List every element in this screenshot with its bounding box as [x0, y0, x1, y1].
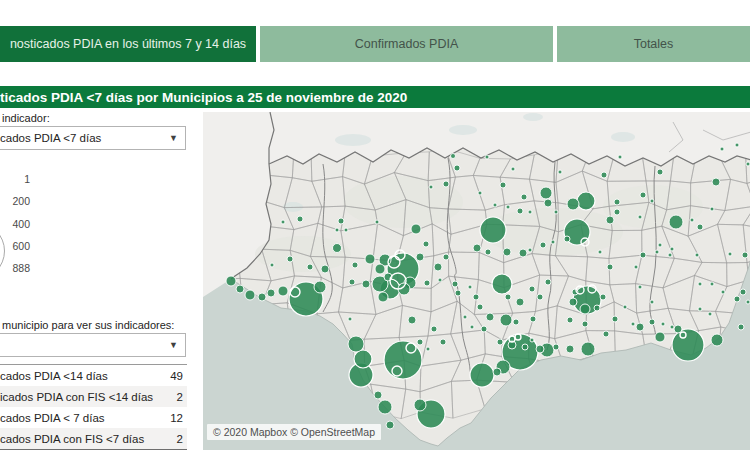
- map-bubble[interactable]: [516, 298, 524, 306]
- map-bubble[interactable]: [452, 281, 458, 287]
- map-bubble[interactable]: [473, 244, 481, 252]
- map-bubble[interactable]: [540, 187, 552, 199]
- map-bubble[interactable]: [674, 325, 682, 333]
- map-bubble[interactable]: [519, 249, 527, 257]
- map-bubble[interactable]: [655, 250, 659, 254]
- map-bubble[interactable]: [551, 240, 555, 244]
- map-bubble[interactable]: [649, 319, 655, 325]
- map-bubble[interactable]: [614, 199, 620, 205]
- map-bubble[interactable]: [455, 290, 461, 296]
- map-bubble[interactable]: [711, 334, 723, 346]
- map-bubble[interactable]: [638, 285, 642, 289]
- map-bubble[interactable]: [335, 228, 339, 232]
- map-bubble[interactable]: [698, 307, 702, 311]
- map-bubble[interactable]: [245, 290, 255, 300]
- map-bubble[interactable]: [746, 162, 750, 166]
- map-bubble[interactable]: [650, 300, 654, 304]
- map-bubble[interactable]: [698, 282, 702, 286]
- map-bubble[interactable]: [431, 326, 437, 332]
- map-bubble[interactable]: [497, 339, 503, 345]
- map-bubble[interactable]: [564, 236, 570, 242]
- map-bubble[interactable]: [522, 344, 528, 350]
- map-bubble[interactable]: [517, 208, 523, 214]
- map-bubble[interactable]: [354, 350, 372, 368]
- map-bubble[interactable]: [528, 210, 532, 214]
- map-bubble[interactable]: [468, 285, 472, 289]
- map-bubble[interactable]: [603, 331, 609, 337]
- map-bubble[interactable]: [553, 344, 559, 350]
- map-bubble[interactable]: [236, 285, 244, 293]
- map-bubble[interactable]: [721, 290, 725, 294]
- map-bubble[interactable]: [408, 316, 416, 324]
- map-bubble[interactable]: [537, 294, 543, 300]
- map-bubble[interactable]: [612, 316, 618, 322]
- map-bubble[interactable]: [414, 399, 426, 411]
- map-bubble[interactable]: [657, 169, 663, 175]
- map-bubble[interactable]: [321, 265, 329, 273]
- map-bubble[interactable]: [443, 181, 449, 187]
- map-bubble[interactable]: [554, 210, 558, 214]
- map-bubble[interactable]: [710, 282, 714, 286]
- map-bubble[interactable]: [429, 185, 433, 189]
- map-bubble[interactable]: [581, 342, 595, 356]
- map-bubble[interactable]: [601, 172, 607, 178]
- map-bubble[interactable]: [600, 294, 606, 300]
- map-bubble[interactable]: [640, 252, 646, 258]
- map-bubble[interactable]: [424, 280, 430, 286]
- map-bubble[interactable]: [287, 256, 293, 262]
- map-bubble[interactable]: [440, 339, 446, 345]
- map-bubble[interactable]: [443, 254, 449, 260]
- map-bubble[interactable]: [362, 280, 370, 288]
- map-bubble[interactable]: [695, 253, 699, 257]
- map-bubble[interactable]: [566, 345, 574, 353]
- map-bubble[interactable]: [623, 305, 627, 309]
- map-bubble[interactable]: [668, 253, 672, 257]
- map-bubble[interactable]: [386, 421, 394, 429]
- map-bubble[interactable]: [473, 294, 479, 300]
- map-bubble[interactable]: [529, 286, 535, 292]
- map-bubble[interactable]: [485, 249, 491, 255]
- map-bubble[interactable]: [374, 391, 382, 399]
- map-bubble[interactable]: [378, 400, 392, 414]
- map-bubble[interactable]: [451, 154, 456, 159]
- map-bubble[interactable]: [438, 278, 442, 282]
- map-bubble[interactable]: [577, 192, 595, 210]
- map-bubble[interactable]: [638, 215, 642, 219]
- map-bubble[interactable]: [598, 250, 602, 254]
- tab-confirmados-pdia[interactable]: Confirmados PDIA: [260, 26, 553, 62]
- map-bubble[interactable]: [426, 347, 430, 351]
- map-bubble[interactable]: [710, 207, 714, 211]
- indicator-dropdown[interactable]: cados PDIA <7 días ▼: [0, 126, 186, 150]
- map-bubble[interactable]: [434, 263, 442, 271]
- map-bubble[interactable]: [690, 218, 694, 222]
- map-bubble[interactable]: [697, 224, 703, 230]
- map-bubble[interactable]: [348, 336, 364, 352]
- map-bubble[interactable]: [470, 325, 474, 329]
- map-bubble[interactable]: [258, 293, 266, 301]
- map-bubble[interactable]: [344, 228, 348, 232]
- map-bubble[interactable]: [511, 167, 515, 171]
- map-bubble[interactable]: [307, 264, 313, 270]
- map-bubble[interactable]: [530, 338, 534, 342]
- map-bubble[interactable]: [530, 316, 536, 322]
- map-bubble[interactable]: [618, 155, 622, 159]
- map-bubble[interactable]: [670, 325, 674, 329]
- map-bubble[interactable]: [670, 247, 674, 251]
- map-bubble[interactable]: [470, 363, 494, 387]
- map-bubble[interactable]: [521, 194, 527, 200]
- map-bubble[interactable]: [463, 315, 467, 319]
- map-bubble[interactable]: [493, 203, 497, 207]
- map-bubble[interactable]: [634, 265, 638, 269]
- map-bubble[interactable]: [267, 289, 275, 297]
- map-bubble[interactable]: [478, 191, 482, 195]
- table-row[interactable]: cados PDIA <14 días 49: [0, 365, 187, 386]
- map-attribution[interactable]: © 2020 Mapbox © OpenStreetMap: [207, 424, 381, 440]
- map-bubble[interactable]: [655, 332, 665, 342]
- map-bubble[interactable]: [505, 294, 511, 300]
- map-bubble[interactable]: [740, 289, 746, 295]
- tab-diagnosticados-pdia[interactable]: nosticados PDIA en los últimos 7 y 14 dí…: [0, 26, 256, 62]
- map-bubble[interactable]: [580, 304, 590, 314]
- map-bubble[interactable]: [738, 324, 744, 330]
- table-row[interactable]: icados PDIA con FIS <14 días 2: [0, 386, 187, 407]
- map-bubble[interactable]: [485, 155, 489, 159]
